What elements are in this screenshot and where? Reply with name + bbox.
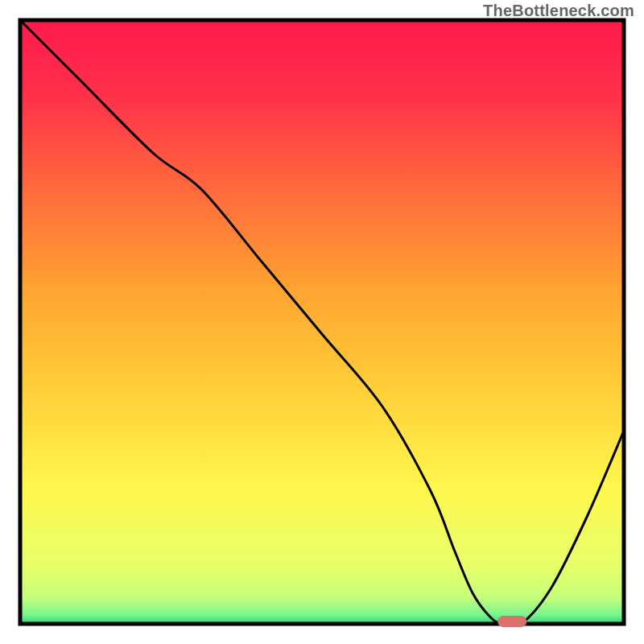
chart-root: TheBottleneck.com bbox=[0, 0, 644, 644]
minimum-marker bbox=[497, 616, 526, 627]
chart-svg bbox=[0, 0, 644, 644]
attribution-label: TheBottleneck.com bbox=[483, 2, 634, 20]
